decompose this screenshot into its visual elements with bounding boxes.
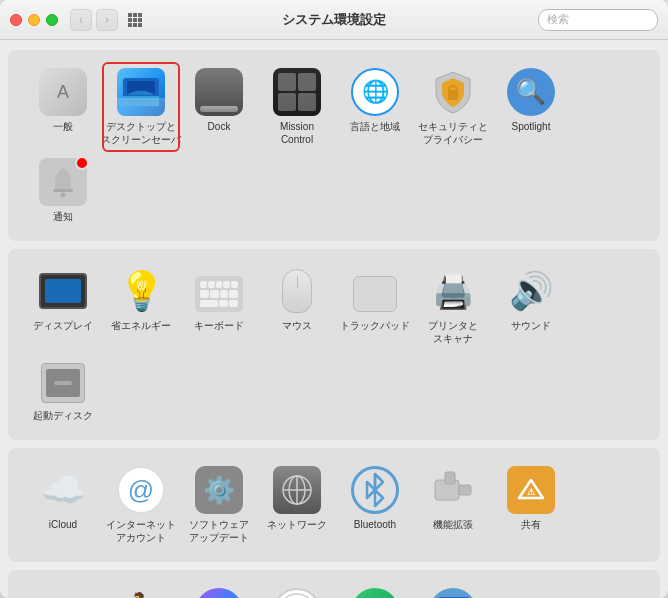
search-box[interactable]: 検索 <box>538 9 658 31</box>
pref-display[interactable]: ディスプレイ <box>24 261 102 351</box>
pref-mouse[interactable]: マウス <box>258 261 336 351</box>
timemachine-icon: ⏱ <box>351 588 399 598</box>
pref-icloud[interactable]: ☁️ iCloud <box>24 460 102 550</box>
pref-mission[interactable]: MissionControl <box>258 62 336 152</box>
notification-badge <box>75 156 89 170</box>
svg-rect-1 <box>123 96 159 106</box>
sound-icon: 🔊 <box>507 267 555 315</box>
back-button[interactable]: ‹ <box>70 9 92 31</box>
section-system: 👥 ユーザとグループ 🚶 ペアレンタルコントロール 🎙 Siri <box>8 570 660 598</box>
svg-rect-5 <box>53 189 73 192</box>
pref-internet[interactable]: @ インターネットアカウント <box>102 460 180 550</box>
security-icon <box>429 68 477 116</box>
startup-label: 起動ディスク <box>33 409 93 422</box>
spotlight-label: Spotlight <box>512 120 551 133</box>
bluetooth-label: Bluetooth <box>354 518 396 531</box>
extensions-label: 機能拡張 <box>433 518 473 531</box>
section2-grid: ディスプレイ 💡 省エネルギー <box>24 261 644 428</box>
sound-label: サウンド <box>511 319 551 332</box>
spotlight-icon: 🔍 <box>507 68 555 116</box>
energy-icon: 💡 <box>117 267 165 315</box>
section4-grid: 👥 ユーザとグループ 🚶 ペアレンタルコントロール 🎙 Siri <box>24 582 644 598</box>
pref-users[interactable]: 👥 ユーザとグループ <box>24 582 102 598</box>
pref-sound[interactable]: 🔊 サウンド <box>492 261 570 351</box>
icloud-label: iCloud <box>49 518 77 531</box>
pref-accessibility[interactable]: ♿ アクセシビリティ <box>414 582 492 598</box>
mission-icon <box>273 68 321 116</box>
pref-security[interactable]: セキュリティとプライバシー <box>414 62 492 152</box>
dock-label: Dock <box>208 120 231 133</box>
desktop-label: デスクトップとスクリーンセーバ <box>101 120 181 146</box>
section3-grid: ☁️ iCloud @ インターネットアカウント ⚙️ ソフトウェアアップデート <box>24 460 644 550</box>
window-title: システム環境設定 <box>282 11 386 29</box>
section-personal: A 一般 <box>8 50 660 241</box>
pref-notification[interactable]: 通知 <box>24 152 102 229</box>
internet-label: インターネットアカウント <box>106 518 176 544</box>
security-label: セキュリティとプライバシー <box>418 120 488 146</box>
minimize-button[interactable] <box>28 14 40 26</box>
mouse-icon <box>273 267 321 315</box>
mouse-label: マウス <box>282 319 312 332</box>
datetime-icon: 18 <box>273 588 321 598</box>
notification-icon <box>39 158 87 206</box>
pref-sharing[interactable]: ⚠ 共有 <box>492 460 570 550</box>
close-button[interactable] <box>10 14 22 26</box>
section1-grid: A 一般 <box>24 62 644 229</box>
siri-icon: 🎙 <box>195 588 243 598</box>
pref-keyboard[interactable]: キーボード <box>180 261 258 351</box>
keyboard-label: キーボード <box>194 319 244 332</box>
grid-view-button[interactable] <box>124 9 146 31</box>
display-icon-img <box>39 267 87 315</box>
sharing-icon: ⚠ <box>507 466 555 514</box>
general-label: 一般 <box>53 120 73 133</box>
titlebar: ‹ › システム環境設定 検索 <box>0 0 668 40</box>
sharing-label: 共有 <box>521 518 541 531</box>
pref-printer[interactable]: 🖨️ プリンタとスキャナ <box>414 261 492 351</box>
network-label: ネットワーク <box>267 518 327 531</box>
nav-buttons: ‹ › <box>70 9 118 31</box>
internet-icon: @ <box>117 466 165 514</box>
parental-icon: 🚶 <box>117 588 165 598</box>
forward-button[interactable]: › <box>96 9 118 31</box>
trackpad-icon <box>351 267 399 315</box>
maximize-button[interactable] <box>46 14 58 26</box>
notification-label: 通知 <box>53 210 73 223</box>
energy-label: 省エネルギー <box>111 319 171 332</box>
pref-parental[interactable]: 🚶 ペアレンタルコントロール <box>102 582 180 598</box>
system-preferences-window: ‹ › システム環境設定 検索 A <box>0 0 668 598</box>
extensions-icon <box>429 466 477 514</box>
printer-label: プリンタとスキャナ <box>428 319 478 345</box>
software-icon: ⚙️ <box>195 466 243 514</box>
accessibility-icon: ♿ <box>429 588 477 598</box>
pref-network[interactable]: ネットワーク <box>258 460 336 550</box>
users-icon: 👥 <box>39 588 87 598</box>
pref-trackpad[interactable]: トラックパッド <box>336 261 414 351</box>
pref-language[interactable]: 🌐 言語と地域 <box>336 62 414 152</box>
pref-startup[interactable]: 起動ディスク <box>24 351 102 428</box>
section-hardware: ディスプレイ 💡 省エネルギー <box>8 249 660 440</box>
pref-siri[interactable]: 🎙 Siri <box>180 582 258 598</box>
pref-extensions[interactable]: 機能拡張 <box>414 460 492 550</box>
svg-point-6 <box>61 193 66 198</box>
trackpad-label: トラックパッド <box>340 319 410 332</box>
icloud-icon: ☁️ <box>39 466 87 514</box>
software-label: ソフトウェアアップデート <box>189 518 249 544</box>
startup-icon <box>39 357 87 405</box>
desktop-icon <box>117 68 165 116</box>
pref-datetime[interactable]: 18 日付と時刻 <box>258 582 336 598</box>
mission-label: MissionControl <box>280 120 314 146</box>
pref-bluetooth[interactable]: Bluetooth <box>336 460 414 550</box>
pref-desktop[interactable]: デスクトップとスクリーンセーバ <box>102 62 180 152</box>
pref-spotlight[interactable]: 🔍 Spotlight <box>492 62 570 152</box>
pref-timemachine[interactable]: ⏱ TimeMachine <box>336 582 414 598</box>
network-icon <box>273 466 321 514</box>
pref-software[interactable]: ⚙️ ソフトウェアアップデート <box>180 460 258 550</box>
svg-text:⚠: ⚠ <box>527 487 535 497</box>
grid-icon <box>128 13 142 27</box>
search-placeholder: 検索 <box>547 12 569 27</box>
language-label: 言語と地域 <box>350 120 400 133</box>
pref-energy[interactable]: 💡 省エネルギー <box>102 261 180 351</box>
pref-general[interactable]: A 一般 <box>24 62 102 152</box>
pref-dock[interactable]: Dock <box>180 62 258 152</box>
display-label: ディスプレイ <box>33 319 93 332</box>
